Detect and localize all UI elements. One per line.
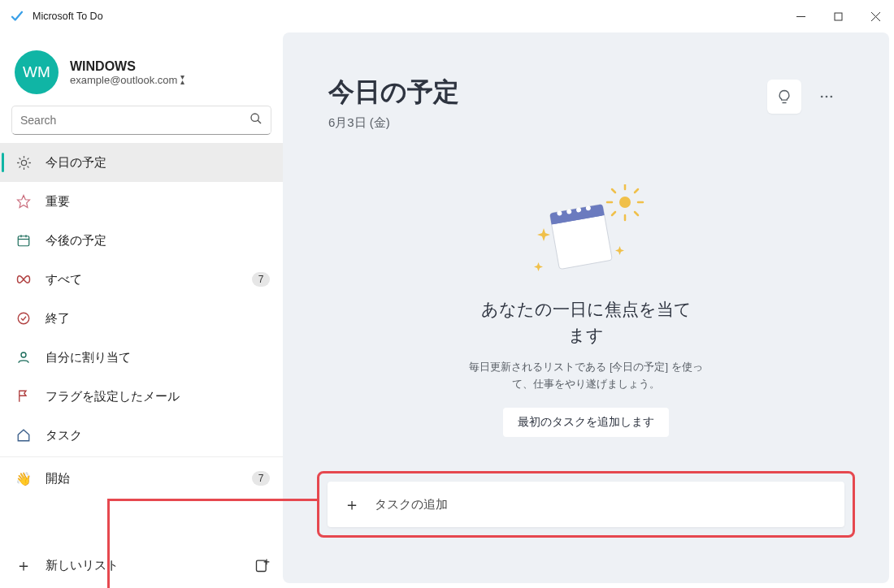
empty-title: あなたの一日に焦点を当てます <box>480 296 692 348</box>
svg-point-4 <box>251 114 258 121</box>
nav-badge: 7 <box>252 471 270 486</box>
main-panel: 今日の予定 6月3日 (金) <box>283 32 889 583</box>
svg-point-20 <box>18 313 29 324</box>
avatar-initials: WM <box>23 63 50 81</box>
nav-label: タスク <box>46 428 270 443</box>
window-minimize-button[interactable] <box>782 0 819 32</box>
svg-line-11 <box>19 158 20 158</box>
nav-label: 今日の予定 <box>46 155 270 171</box>
empty-button-label: 最初のタスクを追加します <box>518 415 654 428</box>
nav-label: すべて <box>46 272 252 288</box>
svg-point-21 <box>21 352 26 357</box>
add-task-input[interactable]: ＋ タスクの追加 <box>328 482 844 527</box>
svg-line-13 <box>19 166 20 167</box>
svg-line-5 <box>258 120 261 123</box>
app-title: Microsoft To Do <box>33 11 103 22</box>
empty-subtitle: 毎日更新されるリストである [今日の予定] を使って、仕事をやり遂げましょう。 <box>464 359 708 393</box>
nav-item-tasks[interactable]: タスク <box>0 416 283 455</box>
annotation-highlight: ＋ タスクの追加 <box>317 471 855 538</box>
app-icon <box>10 9 24 24</box>
sidebar: WM WINDOWS example@outlook.com ▾▴ <box>0 32 283 588</box>
search-icon <box>250 112 263 128</box>
suggestions-button[interactable] <box>767 80 801 114</box>
chevron-updown-icon: ▾▴ <box>180 75 184 84</box>
annotation-line <box>107 499 319 501</box>
new-list-label: 新しいリスト <box>46 558 254 573</box>
nav-label: 重要 <box>46 194 270 210</box>
new-group-button[interactable] <box>254 556 271 574</box>
nav-item-planned[interactable]: 今後の予定 <box>0 221 283 260</box>
empty-illustration <box>521 184 651 282</box>
nav-label: 開始 <box>46 471 252 486</box>
star-icon <box>15 192 33 210</box>
svg-line-33 <box>612 189 615 192</box>
page-date: 6月3日 (金) <box>328 115 459 131</box>
add-first-task-button[interactable]: 最初のタスクを追加します <box>503 408 669 437</box>
nav-item-all[interactable]: すべて 7 <box>0 260 283 299</box>
avatar: WM <box>15 50 59 94</box>
page-title: 今日の予定 <box>328 75 459 110</box>
titlebar: Microsoft To Do <box>0 0 894 32</box>
calendar-icon <box>15 231 33 249</box>
svg-point-28 <box>619 197 631 208</box>
svg-line-36 <box>635 189 638 192</box>
svg-line-12 <box>28 166 28 167</box>
nav-badge: 7 <box>252 272 270 287</box>
nav-label: 自分に割り当て <box>46 350 270 365</box>
nav-label: フラグを設定したメール <box>46 389 270 404</box>
nav-divider <box>0 456 283 457</box>
check-circle-icon <box>15 309 33 327</box>
search-input[interactable] <box>11 106 271 135</box>
svg-line-34 <box>635 212 638 215</box>
svg-point-26 <box>826 96 828 98</box>
svg-line-14 <box>28 158 28 158</box>
search-field[interactable] <box>20 114 250 127</box>
window-close-button[interactable] <box>857 0 894 32</box>
plus-icon: ＋ <box>344 494 360 516</box>
person-icon <box>15 348 33 366</box>
hand-icon: 👋 <box>15 469 33 487</box>
svg-rect-16 <box>18 236 29 246</box>
svg-line-35 <box>612 212 615 215</box>
annotation-line <box>107 499 110 588</box>
nav-list: 今日の予定 重要 今後の予定 <box>0 143 283 543</box>
svg-rect-1 <box>835 13 842 20</box>
home-icon <box>15 426 33 444</box>
add-task-placeholder: タスクの追加 <box>375 497 448 512</box>
nav-item-completed[interactable]: 終了 <box>0 299 283 338</box>
svg-point-27 <box>831 96 833 98</box>
plus-icon: ＋ <box>15 556 33 574</box>
svg-marker-15 <box>18 196 30 208</box>
nav-item-flagged[interactable]: フラグを設定したメール <box>0 377 283 416</box>
nav-item-assigned[interactable]: 自分に割り当て <box>0 338 283 377</box>
app-window: Microsoft To Do WM WINDOWS example@outlo… <box>0 0 894 588</box>
profile-name: WINDOWS <box>70 59 184 74</box>
nav-item-important[interactable]: 重要 <box>0 182 283 221</box>
nav-label: 今後の予定 <box>46 233 270 249</box>
nav-label: 終了 <box>46 311 270 326</box>
svg-point-6 <box>21 160 26 165</box>
svg-point-25 <box>821 96 823 98</box>
more-button[interactable] <box>809 80 844 114</box>
account-switcher[interactable]: WM WINDOWS example@outlook.com ▾▴ <box>0 39 283 106</box>
infinity-icon <box>15 270 33 288</box>
new-list-button[interactable]: ＋ 新しいリスト <box>15 556 254 574</box>
nav-item-custom-start[interactable]: 👋 開始 7 <box>0 459 283 498</box>
nav-item-myday[interactable]: 今日の予定 <box>0 143 283 182</box>
sun-icon <box>15 153 33 171</box>
window-maximize-button[interactable] <box>819 0 857 32</box>
flag-icon <box>15 387 33 405</box>
profile-email: example@outlook.com <box>70 74 177 86</box>
